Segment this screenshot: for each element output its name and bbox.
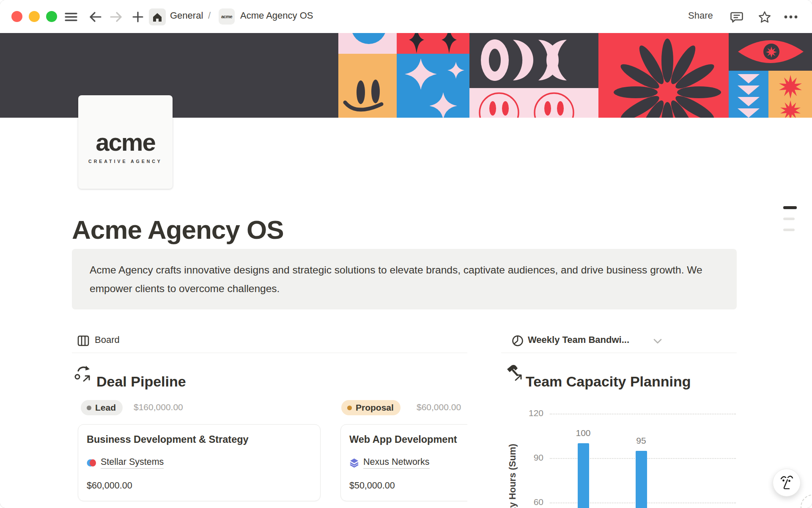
card-title: Web App Development [349, 434, 457, 445]
client-avatar [87, 458, 96, 468]
y-tick-label: 60 [517, 497, 543, 507]
breadcrumb-separator: / [208, 10, 211, 21]
logo-subtext: CREATIVE AGENCY [78, 159, 173, 164]
minimize-button[interactable] [29, 11, 40, 22]
logo-text: acme [78, 130, 173, 155]
deal-card[interactable]: Business Development & Strategy Stellar … [78, 424, 321, 501]
ai-assistant-button[interactable] [773, 469, 801, 497]
maximize-button[interactable] [46, 11, 57, 22]
bar-value-label: 95 [624, 436, 658, 446]
toc-bar[interactable] [783, 229, 795, 231]
home-button[interactable] [149, 8, 166, 25]
home-icon [152, 12, 163, 22]
comments-button[interactable] [728, 8, 745, 25]
ai-face-icon [779, 474, 795, 491]
titlebar: General / acme Acme Agency OS Share [0, 0, 812, 33]
divider [72, 353, 467, 353]
deal-pipeline-section: Board Deal Pipeline Lead $160,000.00 Bus… [72, 329, 467, 508]
comment-icon [730, 11, 743, 23]
chevron-down-icon[interactable] [653, 339, 662, 344]
callout-text: Acme Agency crafts innovative designs an… [90, 261, 732, 298]
client-avatar [349, 458, 359, 468]
deal-pipeline-heading[interactable]: Deal Pipeline [96, 373, 186, 390]
y-tick-label: 90 [517, 453, 543, 463]
share-button[interactable]: Share [688, 10, 713, 21]
capacity-bar[interactable] [636, 451, 647, 508]
deal-amount: $50,000.00 [349, 480, 395, 491]
group-sum: $60,000.00 [417, 402, 461, 412]
forward-button[interactable] [108, 8, 125, 25]
ellipsis-icon [784, 15, 798, 19]
breadcrumb-page-icon[interactable]: acme [219, 8, 235, 25]
star-icon [758, 11, 771, 24]
board-icon [77, 335, 89, 346]
decorative-dashed-circle [801, 494, 812, 508]
group-sum: $160,000.00 [134, 402, 183, 412]
workspace-logo-card: acme CREATIVE AGENCY [78, 95, 173, 189]
cover-image: acme CREATIVE AGENCY [0, 33, 812, 118]
status-dot [347, 406, 352, 410]
tab-board[interactable]: Board [95, 334, 120, 345]
toc-bar-active[interactable] [783, 206, 797, 209]
deal-amount: $60,000.00 [87, 480, 132, 491]
breadcrumb-workspace[interactable]: General [170, 10, 203, 21]
page-title[interactable]: Acme Agency OS [72, 215, 284, 245]
toc-bar[interactable] [783, 218, 795, 220]
pie-chart-icon [512, 335, 524, 347]
status-label: Lead [95, 403, 116, 413]
client-link[interactable]: Stellar Systems [101, 457, 164, 469]
status-badge-lead[interactable]: Lead [81, 400, 123, 415]
menu-icon[interactable] [63, 8, 80, 25]
app-window: General / acme Acme Agency OS Share [0, 0, 812, 508]
hammer-icon [505, 364, 524, 382]
status-badge-proposal[interactable]: Proposal [341, 400, 401, 415]
breadcrumb-page[interactable]: Acme Agency OS [240, 10, 313, 21]
status-label: Proposal [356, 403, 394, 413]
team-capacity-section: Weekly Team Bandwi... Team Capacity Plan… [501, 329, 737, 508]
callout-block[interactable]: Acme Agency crafts innovative designs an… [72, 249, 737, 309]
card-title: Business Development & Strategy [87, 434, 249, 445]
capacity-bar[interactable] [578, 443, 589, 508]
client-link[interactable]: Nexus Networks [363, 457, 430, 469]
toc-indicator[interactable] [783, 206, 798, 240]
gridline [550, 414, 736, 414]
more-button[interactable] [782, 8, 799, 25]
status-dot [87, 406, 91, 410]
y-tick-label: 120 [517, 408, 543, 418]
team-capacity-heading[interactable]: Team Capacity Planning [526, 373, 691, 390]
new-page-button[interactable] [129, 8, 146, 25]
divider [501, 353, 737, 353]
back-button[interactable] [87, 8, 104, 25]
capacity-chart: Capacity Hours (Sum) 120906010095 [501, 389, 737, 508]
y-axis-label: Capacity Hours (Sum) [507, 444, 518, 508]
favorite-button[interactable] [756, 8, 773, 25]
bar-value-label: 100 [566, 428, 600, 438]
close-button[interactable] [11, 11, 22, 22]
pipeline-icon [74, 365, 93, 383]
deal-card[interactable]: Web App Development Nexus Networks $50,0… [340, 424, 467, 501]
view-selector[interactable]: Weekly Team Bandwi... [528, 334, 629, 345]
